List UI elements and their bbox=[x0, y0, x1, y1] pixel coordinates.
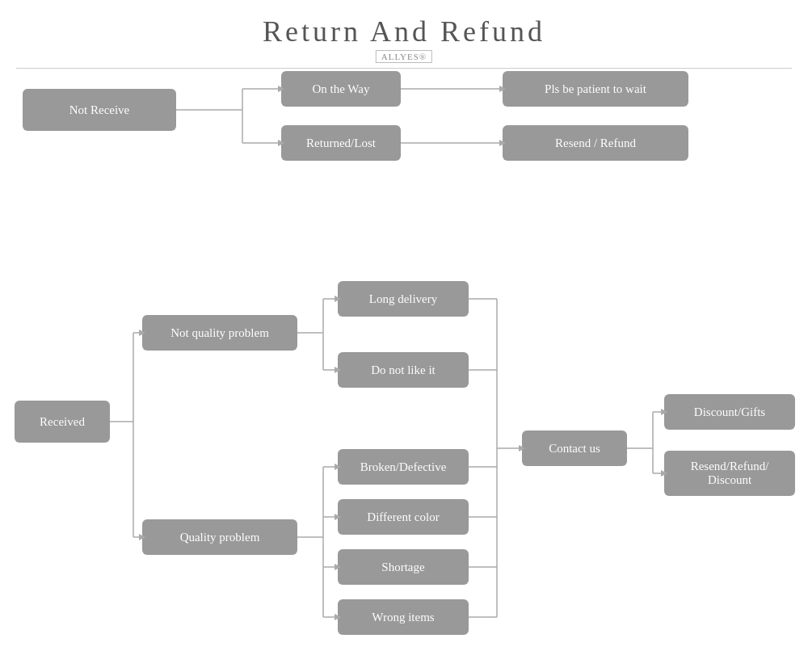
pls-be-patient-node: Pls be patient to wait bbox=[503, 71, 688, 107]
returned-lost-node: Returned/Lost bbox=[281, 125, 401, 161]
do-not-like-node: Do not like it bbox=[338, 352, 469, 388]
resend-refund-discount-node: Resend/Refund/ Discount bbox=[664, 451, 795, 496]
title-divider bbox=[16, 68, 792, 69]
discount-gifts-node: Discount/Gifts bbox=[664, 394, 795, 430]
page-title: Return And Refund bbox=[0, 0, 808, 48]
wrong-items-node: Wrong items bbox=[338, 599, 469, 635]
broken-node: Broken/Defective bbox=[338, 449, 469, 485]
shortage-node: Shortage bbox=[338, 549, 469, 585]
long-delivery-node: Long delivery bbox=[338, 281, 469, 317]
subtitle: ALLYES® bbox=[376, 50, 432, 63]
resend-refund-node: Resend / Refund bbox=[503, 125, 688, 161]
contact-us-node: Contact us bbox=[522, 430, 627, 466]
quality-node: Quality problem bbox=[142, 519, 297, 555]
not-quality-node: Not quality problem bbox=[142, 315, 297, 351]
different-color-node: Different color bbox=[338, 499, 469, 535]
on-the-way-node: On the Way bbox=[281, 71, 401, 107]
not-receive-node: Not Receive bbox=[23, 89, 176, 131]
received-node: Received bbox=[15, 401, 110, 443]
